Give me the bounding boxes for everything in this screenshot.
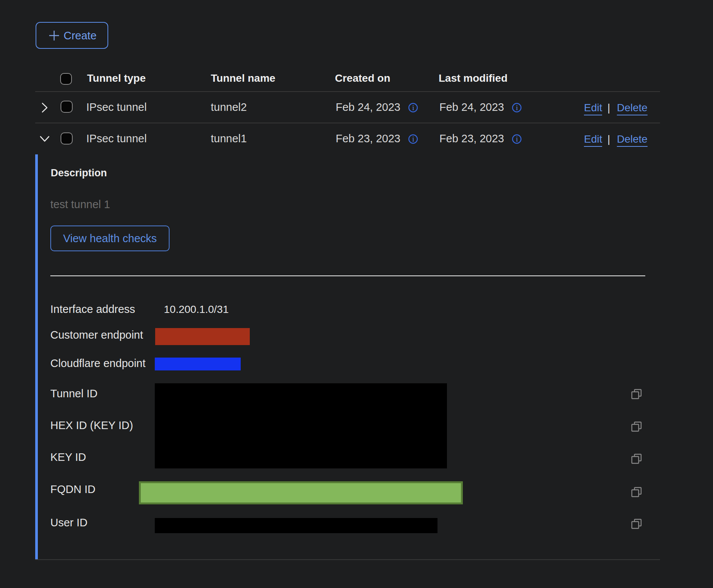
svg-text:i: i [412, 135, 414, 143]
svg-text:i: i [412, 104, 414, 112]
svg-text:i: i [516, 104, 518, 112]
svg-text:i: i [516, 135, 518, 143]
